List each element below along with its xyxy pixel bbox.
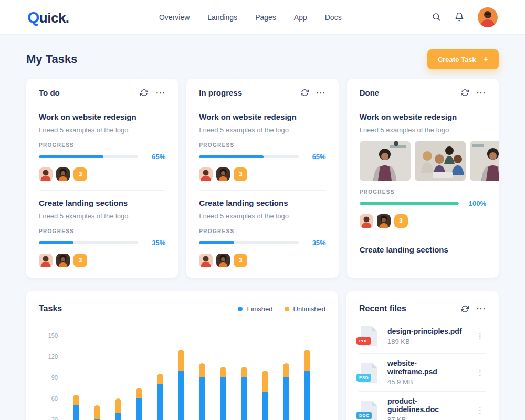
y-axis-tick: 120 [39,353,58,360]
finished-segment [136,398,142,420]
unfinished-segment [262,371,268,392]
finished-segment [220,377,226,420]
file-menu-icon[interactable]: ⋮ [474,331,486,341]
finished-segment [157,384,163,420]
psd-file-icon: PSD [359,361,379,385]
pdf-file-icon: PDF [359,324,379,348]
finished-segment [199,377,205,420]
refresh-icon[interactable] [301,89,309,97]
stacked-bar [262,371,268,420]
task-card[interactable]: Create landing sections I need 5 example… [39,190,165,267]
nav-item-pages[interactable]: Pages [255,13,276,22]
assignee-avatar-1 [39,167,52,181]
stacked-bar [115,398,121,420]
gridline [63,356,320,356]
more-options-icon[interactable]: ⋯ [476,306,486,311]
task-subtitle: I need 5 examples of the logo [39,126,165,134]
unfinished-segment [283,363,289,377]
file-row[interactable]: PDF design-principles.pdf 189 KB ⋮ [359,319,486,353]
team-photo-3 [470,141,499,181]
file-list: PDF design-principles.pdf 189 KB ⋮ PSD [359,319,486,420]
stacked-bar [304,350,310,420]
page-header: My Tasks Create Task + [26,49,499,69]
column-header: Done ⋯ [360,88,486,104]
task-title: Create landing sections [360,245,486,254]
team-photo-1 [360,141,411,181]
unfinished-segment [94,405,100,419]
finished-segment [304,371,310,420]
unfinished-segment [220,367,226,377]
more-options-icon[interactable]: ⋯ [155,90,165,96]
progress-label: PROGRESS [199,228,326,234]
bar-chart-plot: JanFebMarAprMayJunJulAugSepOctNovDec 030… [63,335,320,420]
app-window: Quick. Overview Landings Pages App Docs … [0,0,525,420]
brand-logo[interactable]: Quick. [27,8,69,26]
stacked-bar [283,363,289,420]
refresh-icon[interactable] [140,89,148,97]
stacked-bar [199,363,205,420]
unfinished-dot-icon [285,307,289,311]
task-card[interactable]: Work on website redesign I need 5 exampl… [360,104,486,228]
gridline [63,377,320,377]
assignee-avatar-2 [216,254,230,267]
task-subtitle: I need 5 examples of the logo [360,126,486,134]
task-title: Create landing sections [39,198,165,207]
bar-slot-jan: Jan [68,335,84,420]
finished-segment [73,405,79,420]
task-subtitle: I need 5 examples of the logo [39,212,165,220]
finished-dot-icon [238,307,243,311]
file-row[interactable]: PSD website-wireframe.psd 45.9 MB ⋮ [359,353,486,391]
stacked-bar [73,395,79,420]
column-header: In progress ⋯ [199,88,326,104]
task-card[interactable]: Work on website redesign I need 5 exampl… [39,104,165,181]
file-size: 189 KB [387,338,466,345]
column-todo: To do ⋯ Work on website redesign I need … [26,79,178,278]
finished-segment [283,377,289,420]
y-axis-tick: 60 [39,395,58,402]
nav-item-overview[interactable]: Overview [159,13,190,22]
task-card[interactable]: Create landing sections I need 5 example… [199,190,326,267]
file-menu-icon[interactable]: ⋮ [474,368,486,377]
column-title: To do [39,88,140,97]
nav-item-landings[interactable]: Landings [207,13,237,22]
assignees: 3 [199,254,326,267]
legend-finished: Finished [238,305,272,313]
refresh-icon[interactable] [461,89,469,97]
logo-q: Q [27,8,39,26]
assignees: 3 [360,214,486,228]
refresh-icon[interactable] [461,305,469,313]
bar-slot-dec: Dec [299,335,315,420]
bottom-section: Tasks Finished Unfinished JanFebMarAprMa [26,291,499,420]
more-options-icon[interactable]: ⋯ [316,90,326,96]
y-axis-tick: 90 [39,374,58,381]
nav-item-app[interactable]: App [294,13,307,22]
file-size: 87 KB [387,416,466,420]
unfinished-segment [136,388,142,398]
assignee-count-badge: 3 [74,254,87,267]
more-options-icon[interactable]: ⋯ [476,90,486,96]
user-avatar[interactable] [478,7,498,27]
file-row[interactable]: DOC product-guidelines.doc 87 KB ⋮ [359,391,486,420]
recent-files-title: Recent files [359,304,461,313]
notifications-bell-icon[interactable] [455,12,465,23]
search-icon[interactable] [432,12,442,23]
create-task-button[interactable]: Create Task + [427,49,499,69]
file-type-badge: DOC [356,412,372,419]
bar-slot-feb: Feb [89,335,105,420]
file-type-badge: PSD [356,374,371,382]
task-card[interactable]: Work on website redesign I need 5 exampl… [199,104,326,181]
progress-percent: 65% [305,153,326,161]
nav-item-docs[interactable]: Docs [325,13,342,22]
assignee-avatar-1 [199,254,213,267]
progress-label: PROGRESS [360,189,486,195]
file-menu-icon[interactable]: ⋮ [474,406,486,415]
bar-slot-apr: Apr [131,335,147,420]
plus-icon: + [484,55,488,64]
assignee-count-badge: 3 [234,167,247,181]
unfinished-segment [73,395,79,405]
assignees: 3 [39,254,165,267]
bar-slot-aug: Aug [215,335,231,420]
task-card[interactable]: Create landing sections [360,237,486,254]
progress-bar [39,242,138,244]
progress-label: PROGRESS [199,142,326,148]
